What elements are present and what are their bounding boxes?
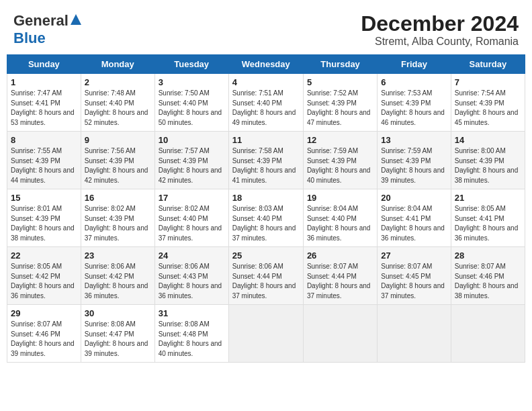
day-number: 29 bbox=[11, 308, 77, 318]
day-number: 28 bbox=[455, 250, 521, 261]
weekday-header: Tuesday bbox=[154, 55, 228, 74]
calendar-day: 12 Sunrise: 7:59 AMSunset: 4:39 PMDaylig… bbox=[303, 132, 377, 189]
calendar-day: 5 Sunrise: 7:52 AMSunset: 4:39 PMDayligh… bbox=[303, 74, 377, 132]
calendar-day bbox=[228, 305, 303, 363]
calendar-day: 24 Sunrise: 8:06 AMSunset: 4:43 PMDaylig… bbox=[154, 247, 228, 305]
calendar-day: 19 Sunrise: 8:04 AMSunset: 4:40 PMDaylig… bbox=[303, 189, 377, 247]
calendar-day: 2 Sunrise: 7:48 AMSunset: 4:40 PMDayligh… bbox=[81, 74, 154, 132]
calendar-day: 20 Sunrise: 8:04 AMSunset: 4:41 PMDaylig… bbox=[378, 189, 451, 247]
weekday-header: Saturday bbox=[451, 55, 525, 74]
svg-marker-0 bbox=[71, 14, 81, 25]
day-info: Sunrise: 7:59 AMSunset: 4:39 PMDaylight:… bbox=[381, 147, 445, 184]
calendar-day: 6 Sunrise: 7:53 AMSunset: 4:39 PMDayligh… bbox=[378, 74, 451, 132]
day-info: Sunrise: 7:54 AMSunset: 4:39 PMDaylight:… bbox=[455, 89, 519, 126]
day-info: Sunrise: 7:52 AMSunset: 4:39 PMDaylight:… bbox=[307, 89, 371, 126]
day-number: 4 bbox=[232, 77, 300, 87]
day-number: 2 bbox=[85, 77, 151, 87]
title-block: December 2024 Stremt, Alba County, Roman… bbox=[361, 12, 519, 48]
calendar-day: 25 Sunrise: 8:06 AMSunset: 4:44 PMDaylig… bbox=[228, 247, 303, 305]
calendar-day: 21 Sunrise: 8:05 AMSunset: 4:41 PMDaylig… bbox=[451, 189, 525, 247]
calendar-day: 23 Sunrise: 8:06 AMSunset: 4:42 PMDaylig… bbox=[81, 247, 154, 305]
calendar-day bbox=[378, 305, 451, 363]
calendar-week: 29 Sunrise: 8:07 AMSunset: 4:46 PMDaylig… bbox=[7, 305, 525, 363]
calendar-day: 22 Sunrise: 8:05 AMSunset: 4:42 PMDaylig… bbox=[7, 247, 81, 305]
day-info: Sunrise: 8:08 AMSunset: 4:48 PMDaylight:… bbox=[159, 320, 222, 357]
calendar-week: 15 Sunrise: 8:01 AMSunset: 4:39 PMDaylig… bbox=[7, 189, 525, 247]
day-info: Sunrise: 8:08 AMSunset: 4:47 PMDaylight:… bbox=[85, 320, 148, 357]
calendar-day: 29 Sunrise: 8:07 AMSunset: 4:46 PMDaylig… bbox=[7, 305, 81, 363]
day-number: 6 bbox=[381, 77, 447, 87]
page-title: December 2024 bbox=[361, 12, 519, 36]
day-info: Sunrise: 7:51 AMSunset: 4:40 PMDaylight:… bbox=[232, 89, 296, 126]
calendar-day: 30 Sunrise: 8:08 AMSunset: 4:47 PMDaylig… bbox=[81, 305, 154, 363]
day-number: 22 bbox=[11, 250, 77, 261]
day-number: 11 bbox=[232, 135, 300, 145]
day-info: Sunrise: 7:53 AMSunset: 4:39 PMDaylight:… bbox=[381, 89, 445, 126]
day-info: Sunrise: 8:07 AMSunset: 4:46 PMDaylight:… bbox=[11, 320, 75, 357]
day-number: 15 bbox=[11, 193, 77, 203]
calendar-day: 3 Sunrise: 7:50 AMSunset: 4:40 PMDayligh… bbox=[154, 74, 228, 132]
day-number: 5 bbox=[307, 77, 373, 87]
calendar-day: 16 Sunrise: 8:02 AMSunset: 4:39 PMDaylig… bbox=[81, 189, 154, 247]
weekday-header: Sunday bbox=[7, 55, 81, 74]
day-info: Sunrise: 7:57 AMSunset: 4:39 PMDaylight:… bbox=[159, 147, 222, 184]
day-info: Sunrise: 7:47 AMSunset: 4:41 PMDaylight:… bbox=[11, 89, 75, 126]
calendar-day: 10 Sunrise: 7:57 AMSunset: 4:39 PMDaylig… bbox=[154, 132, 228, 189]
calendar-day: 15 Sunrise: 8:01 AMSunset: 4:39 PMDaylig… bbox=[7, 189, 81, 247]
calendar-day bbox=[451, 305, 525, 363]
day-number: 27 bbox=[381, 250, 447, 261]
day-info: Sunrise: 7:50 AMSunset: 4:40 PMDaylight:… bbox=[159, 89, 222, 126]
day-number: 9 bbox=[85, 135, 151, 145]
day-info: Sunrise: 8:06 AMSunset: 4:44 PMDaylight:… bbox=[232, 263, 296, 300]
logo-icon bbox=[70, 13, 82, 26]
day-number: 7 bbox=[455, 77, 521, 87]
day-number: 18 bbox=[232, 193, 300, 203]
page-header: General Blue December 2024 Stremt, Alba … bbox=[7, 7, 525, 52]
logo-general: General bbox=[13, 12, 69, 30]
calendar-week: 8 Sunrise: 7:55 AMSunset: 4:39 PMDayligh… bbox=[7, 132, 525, 189]
weekday-header: Wednesday bbox=[228, 55, 303, 74]
day-info: Sunrise: 8:01 AMSunset: 4:39 PMDaylight:… bbox=[11, 205, 75, 242]
day-info: Sunrise: 7:59 AMSunset: 4:39 PMDaylight:… bbox=[307, 147, 371, 184]
calendar-day: 1 Sunrise: 7:47 AMSunset: 4:41 PMDayligh… bbox=[7, 74, 81, 132]
day-info: Sunrise: 7:56 AMSunset: 4:39 PMDaylight:… bbox=[85, 147, 148, 184]
day-info: Sunrise: 7:48 AMSunset: 4:40 PMDaylight:… bbox=[85, 89, 148, 126]
calendar-day: 18 Sunrise: 8:03 AMSunset: 4:40 PMDaylig… bbox=[228, 189, 303, 247]
calendar-day: 7 Sunrise: 7:54 AMSunset: 4:39 PMDayligh… bbox=[451, 74, 525, 132]
calendar-day: 14 Sunrise: 8:00 AMSunset: 4:39 PMDaylig… bbox=[451, 132, 525, 189]
day-info: Sunrise: 8:04 AMSunset: 4:40 PMDaylight:… bbox=[307, 205, 371, 242]
weekday-header: Monday bbox=[81, 55, 154, 74]
calendar-table: SundayMondayTuesdayWednesdayThursdayFrid… bbox=[7, 54, 525, 363]
day-number: 24 bbox=[159, 250, 225, 261]
day-number: 1 bbox=[11, 77, 77, 87]
day-number: 16 bbox=[85, 193, 151, 203]
calendar-header: SundayMondayTuesdayWednesdayThursdayFrid… bbox=[7, 55, 525, 74]
day-number: 14 bbox=[455, 135, 521, 145]
day-number: 20 bbox=[381, 193, 447, 203]
day-info: Sunrise: 8:03 AMSunset: 4:40 PMDaylight:… bbox=[232, 205, 296, 242]
day-number: 25 bbox=[232, 250, 300, 261]
day-info: Sunrise: 7:58 AMSunset: 4:39 PMDaylight:… bbox=[232, 147, 296, 184]
logo: General Blue bbox=[13, 12, 82, 47]
calendar-day: 17 Sunrise: 8:02 AMSunset: 4:40 PMDaylig… bbox=[154, 189, 228, 247]
day-info: Sunrise: 8:07 AMSunset: 4:45 PMDaylight:… bbox=[381, 263, 445, 300]
day-info: Sunrise: 8:06 AMSunset: 4:42 PMDaylight:… bbox=[85, 263, 148, 300]
page-subtitle: Stremt, Alba County, Romania bbox=[361, 36, 519, 48]
calendar-day: 28 Sunrise: 8:07 AMSunset: 4:46 PMDaylig… bbox=[451, 247, 525, 305]
weekday-header: Friday bbox=[378, 55, 451, 74]
day-number: 26 bbox=[307, 250, 373, 261]
weekday-header: Thursday bbox=[303, 55, 377, 74]
day-number: 21 bbox=[455, 193, 521, 203]
day-info: Sunrise: 7:55 AMSunset: 4:39 PMDaylight:… bbox=[11, 147, 75, 184]
day-info: Sunrise: 8:02 AMSunset: 4:39 PMDaylight:… bbox=[85, 205, 148, 242]
calendar-day: 8 Sunrise: 7:55 AMSunset: 4:39 PMDayligh… bbox=[7, 132, 81, 189]
day-info: Sunrise: 8:02 AMSunset: 4:40 PMDaylight:… bbox=[159, 205, 222, 242]
calendar-day bbox=[303, 305, 377, 363]
day-number: 13 bbox=[381, 135, 447, 145]
day-number: 31 bbox=[159, 308, 225, 318]
day-info: Sunrise: 8:04 AMSunset: 4:41 PMDaylight:… bbox=[381, 205, 445, 242]
day-info: Sunrise: 8:07 AMSunset: 4:46 PMDaylight:… bbox=[455, 263, 519, 300]
calendar-day: 4 Sunrise: 7:51 AMSunset: 4:40 PMDayligh… bbox=[228, 74, 303, 132]
day-number: 10 bbox=[159, 135, 225, 145]
day-info: Sunrise: 8:05 AMSunset: 4:42 PMDaylight:… bbox=[11, 263, 75, 300]
